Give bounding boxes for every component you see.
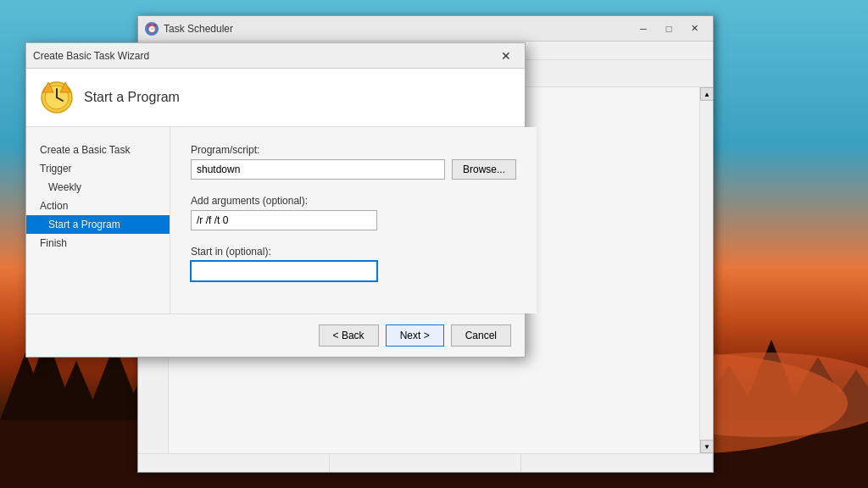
scroll-track[interactable] xyxy=(700,101,713,440)
start-in-input[interactable] xyxy=(191,261,377,281)
sidebar-create-basic-task[interactable]: Create a Basic Task xyxy=(26,141,170,159)
vertical-scrollbar: ▲ ▼ xyxy=(699,87,713,453)
wizard-body: Create a Basic Task Trigger Weekly Actio… xyxy=(26,127,525,313)
window-controls: ─ □ ✕ xyxy=(632,20,706,37)
wizard-dialog: Create Basic Task Wizard ✕ Start a Progr… xyxy=(25,42,526,358)
next-button[interactable]: Next > xyxy=(386,324,444,347)
task-scheduler-title: Task Scheduler xyxy=(164,23,626,35)
wizard-title: Create Basic Task Wizard xyxy=(33,50,494,62)
cancel-button[interactable]: Cancel xyxy=(451,324,511,347)
add-arguments-label: Add arguments (optional): xyxy=(191,195,516,207)
status-bar xyxy=(138,453,713,472)
start-in-label: Start in (optional): xyxy=(191,246,516,258)
task-scheduler-titlebar: ⏰ Task Scheduler ─ □ ✕ xyxy=(138,16,713,42)
sidebar-trigger[interactable]: Trigger xyxy=(26,159,170,178)
status-segment-3 xyxy=(521,454,713,472)
maximize-button[interactable]: □ xyxy=(657,20,681,37)
wizard-header-icon xyxy=(40,80,74,114)
wizard-header-title: Start a Program xyxy=(84,90,180,105)
add-arguments-row xyxy=(191,210,516,230)
browse-button[interactable]: Browse... xyxy=(452,159,516,180)
add-arguments-input[interactable] xyxy=(191,210,377,230)
wizard-header: Start a Program xyxy=(26,69,525,127)
wizard-close-button[interactable]: ✕ xyxy=(494,47,518,64)
sidebar-weekly[interactable]: Weekly xyxy=(26,178,170,197)
wizard-content: Program/script: Browse... Add arguments … xyxy=(170,127,537,313)
program-script-row: Browse... xyxy=(191,159,516,180)
wizard-sidebar: Create a Basic Task Trigger Weekly Actio… xyxy=(26,127,170,313)
sidebar-action[interactable]: Action xyxy=(26,197,170,215)
close-button[interactable]: ✕ xyxy=(682,20,706,37)
sidebar-start-a-program[interactable]: Start a Program xyxy=(26,215,170,234)
minimize-button[interactable]: ─ xyxy=(632,20,655,37)
status-segment-2 xyxy=(330,454,521,472)
sidebar-finish[interactable]: Finish xyxy=(26,234,170,252)
program-script-group: Program/script: Browse... xyxy=(191,144,516,180)
start-in-group: Start in (optional): xyxy=(191,246,516,281)
wizard-titlebar: Create Basic Task Wizard ✕ xyxy=(26,43,525,69)
start-in-row xyxy=(191,261,516,281)
task-scheduler-icon: ⏰ xyxy=(145,22,159,36)
back-button[interactable]: < Back xyxy=(319,324,379,347)
scroll-up-button[interactable]: ▲ xyxy=(700,87,713,101)
program-script-label: Program/script: xyxy=(191,144,516,156)
status-segment-1 xyxy=(138,454,330,472)
scroll-down-button[interactable]: ▼ xyxy=(700,440,713,453)
program-script-input[interactable] xyxy=(191,159,445,180)
wizard-footer: < Back Next > Cancel xyxy=(26,313,525,357)
add-arguments-group: Add arguments (optional): xyxy=(191,195,516,230)
